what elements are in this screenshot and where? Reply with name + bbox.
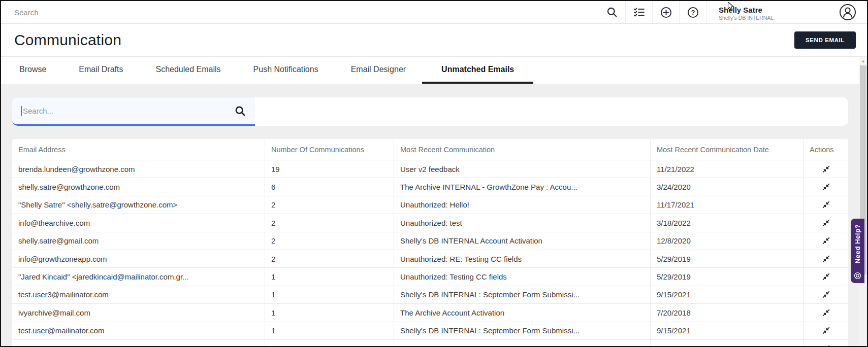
- user-org: Shelly's DB INTERNAL: [719, 15, 825, 21]
- merge-arrows-icon[interactable]: [819, 198, 832, 212]
- cell-email: "Jared Kincaid" <jaredkincaid@mailinator…: [12, 268, 265, 285]
- cell-date: 3/24/2020: [651, 178, 803, 195]
- global-search-input[interactable]: [14, 8, 207, 17]
- cell-actions: [803, 268, 848, 285]
- table-row: "Jared Kincaid" <jaredkincaid@mailinator…: [12, 268, 848, 286]
- cell-recent: Shelly's DB INTERNAL: September Form Sub…: [394, 322, 651, 339]
- cell-count: 2: [265, 196, 394, 214]
- merge-arrows-icon[interactable]: [819, 306, 832, 319]
- cell-email: ivyarchive@mail.com: [12, 304, 265, 321]
- column-header: Number Of Communications: [265, 139, 394, 160]
- cell-email: shelly.satre@gmail.com: [12, 232, 265, 250]
- global-search: [1, 1, 214, 23]
- column-header: Most Recent Communication Date: [651, 139, 803, 160]
- tab-browse[interactable]: Browse: [3, 57, 62, 84]
- mouse-cursor: [727, 2, 734, 13]
- cell-recent: Shelly's DB INTERNAL: September Form Sub…: [394, 286, 651, 303]
- cell-recent: Unauthorized: test: [394, 214, 651, 231]
- merge-arrows-icon[interactable]: [819, 162, 832, 176]
- table-header: Email AddressNumber Of CommunicationsMos…: [12, 139, 848, 160]
- merge-arrows-icon[interactable]: [819, 288, 832, 301]
- cell-recent: The Archive Account Activation: [394, 304, 651, 321]
- scroll-up-arrow-icon[interactable]: ▲: [859, 57, 867, 65]
- column-header: Most Recent Communication: [394, 139, 651, 160]
- cell-actions: [803, 322, 848, 339]
- cell-actions: [803, 304, 848, 321]
- tab-email-drafts[interactable]: Email Drafts: [62, 57, 139, 84]
- cell-count: 2: [265, 232, 394, 250]
- merge-arrows-icon[interactable]: [819, 270, 832, 284]
- merge-arrows-icon[interactable]: [819, 342, 832, 347]
- filter-bar: [12, 97, 848, 126]
- cell-actions: [803, 250, 848, 267]
- user-name: Shelly Satre: [719, 6, 825, 15]
- cell-recent: Unauthorized: Testing CC fields: [394, 268, 651, 285]
- merge-arrows-icon[interactable]: [819, 181, 832, 194]
- cell-count: 1: [265, 322, 394, 339]
- tab-email-designer[interactable]: Email Designer: [335, 57, 422, 84]
- tab-scheduled-emails[interactable]: Scheduled Emails: [139, 57, 237, 84]
- cell-recent: Invoice is now due: [394, 340, 651, 347]
- table-row: brenda.lundeen@growthzone.com19User v2 f…: [12, 160, 848, 178]
- cell-count: 19: [265, 160, 394, 178]
- merge-arrows-icon[interactable]: [819, 234, 832, 248]
- need-help-tab[interactable]: Need Help?: [851, 219, 864, 283]
- cell-date: 5/29/2019: [651, 268, 803, 285]
- table-row: test.user3@mailinator.com1Shelly's DB IN…: [12, 286, 848, 304]
- table-row: test.user@mailinator.com1Shelly's DB INT…: [12, 322, 848, 340]
- table-body: brenda.lundeen@growthzone.com19User v2 f…: [12, 160, 848, 347]
- cell-email: shelly.satre@growthzone.com: [12, 178, 265, 195]
- tab-unmatched-emails[interactable]: Unmatched Emails: [422, 57, 533, 84]
- avatar-icon[interactable]: [835, 1, 867, 23]
- table-row: peter.s@mailinator.com1Invoice is now du…: [12, 340, 848, 347]
- tab-push-notifications[interactable]: Push Notifications: [237, 57, 335, 84]
- cell-actions: [803, 286, 848, 303]
- merge-arrows-icon[interactable]: [819, 252, 832, 265]
- top-bar: ? Shelly Satre Shelly's DB INTERNAL: [1, 1, 867, 24]
- table-row: shelly.satre@growthzone.com6The Archive …: [12, 178, 848, 196]
- need-help-label: Need Help?: [854, 224, 861, 263]
- column-header: Actions: [803, 139, 848, 160]
- add-icon[interactable]: [652, 1, 679, 23]
- cell-date: 11/21/2022: [651, 160, 803, 178]
- cell-count: 6: [265, 178, 394, 195]
- send-email-button[interactable]: SEND EMAIL: [794, 31, 856, 49]
- cell-actions: [803, 214, 848, 231]
- cell-date: 9/15/2021: [651, 322, 803, 339]
- page-header: Communication SEND EMAIL: [1, 24, 867, 56]
- help-icon[interactable]: ?: [679, 1, 706, 23]
- cell-email: peter.s@mailinator.com: [12, 340, 265, 347]
- app-window: ? Shelly Satre Shelly's DB INTERNAL C: [0, 0, 868, 347]
- search-icon[interactable]: [235, 106, 246, 117]
- svg-text:?: ?: [691, 9, 695, 16]
- vertical-scrollbar[interactable]: ▲: [859, 57, 867, 347]
- search-icon[interactable]: [598, 1, 625, 23]
- cell-actions: [803, 178, 848, 195]
- merge-arrows-icon[interactable]: [819, 216, 832, 229]
- user-menu[interactable]: Shelly Satre Shelly's DB INTERNAL: [706, 1, 835, 23]
- text-caret: [21, 106, 22, 116]
- table-row: shelly.satre@gmail.com2Shelly's DB INTER…: [12, 232, 848, 250]
- cell-date: 9/15/2021: [651, 286, 803, 303]
- cell-actions: [803, 196, 848, 214]
- cell-email: "Shelly Satre" <shelly.satre@growthzone.…: [12, 196, 265, 214]
- cell-recent: Unauthorized: Hello!: [394, 196, 651, 214]
- cell-actions: [803, 340, 848, 347]
- table-row: "Shelly Satre" <shelly.satre@growthzone.…: [12, 196, 848, 214]
- cell-recent: The Archive INTERNAL - GrowthZone Pay : …: [394, 178, 651, 195]
- page-title: Communication: [14, 31, 121, 49]
- merge-arrows-icon[interactable]: [819, 324, 832, 337]
- cell-date: 5/15/2019: [651, 340, 803, 347]
- cell-count: 2: [265, 250, 394, 267]
- cell-email: info@growthzoneapp.com: [12, 250, 265, 267]
- cell-email: info@thearchive.com: [12, 214, 265, 231]
- content-area: Email AddressNumber Of CommunicationsMos…: [1, 84, 867, 346]
- checklist-icon[interactable]: [625, 1, 652, 23]
- filter-search-input[interactable]: [23, 107, 235, 115]
- lifering-icon: [854, 272, 861, 280]
- cell-email: brenda.lundeen@growthzone.com: [12, 160, 265, 178]
- unmatched-emails-table: Email AddressNumber Of CommunicationsMos…: [12, 139, 848, 347]
- column-header: Email Address: [12, 139, 265, 160]
- cell-date: 7/20/2018: [651, 304, 803, 321]
- cell-date: 11/17/2021: [651, 196, 803, 214]
